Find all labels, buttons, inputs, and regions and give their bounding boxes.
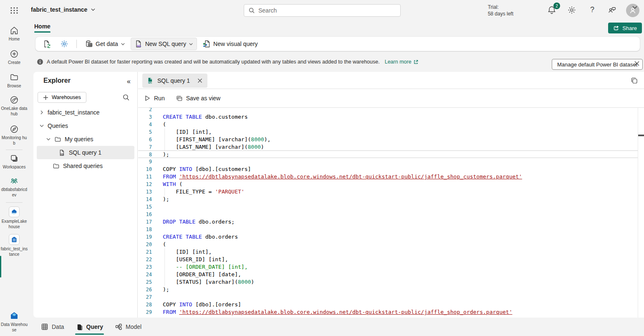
- play-icon: [144, 95, 151, 102]
- nav-examplelakehouse[interactable]: ExampleLakehouse: [0, 206, 28, 229]
- nav-fabric-test-instance[interactable]: fabric_test_instance: [0, 234, 28, 257]
- new-visual-query-button[interactable]: New visual query: [199, 38, 262, 50]
- collapse-ribbon-button[interactable]: [631, 4, 638, 10]
- chevron-right-icon: [39, 110, 44, 115]
- app-launcher-icon[interactable]: [9, 5, 19, 15]
- top-bar: fabric_test_instance Search Trial: 58 da…: [0, 0, 644, 21]
- manage-default-dataset-button[interactable]: Manage default Power BI dataset: [552, 59, 643, 70]
- line-number: 8: [138, 151, 152, 158]
- feedback-button[interactable]: [607, 5, 617, 15]
- explorer-search-button[interactable]: [122, 94, 130, 101]
- add-warehouses-button[interactable]: Warehouses: [38, 92, 86, 103]
- code-line[interactable]: 12WITH (: [138, 181, 638, 188]
- code-line[interactable]: 21 [ID] [int],: [138, 248, 638, 256]
- code-line[interactable]: 11FROM 'https://dbtlabsynapsedatalake.bl…: [138, 173, 638, 181]
- new-sql-query-button[interactable]: SQL New SQL query: [131, 38, 197, 50]
- code-line[interactable]: 4(: [138, 121, 638, 128]
- code-line[interactable]: 28COPY INTO [dbo].[orders]: [138, 301, 638, 308]
- save-as-view-button[interactable]: Save as view: [176, 95, 220, 102]
- tab-model[interactable]: Model: [115, 318, 141, 336]
- code-line[interactable]: 9: [138, 158, 638, 165]
- nav-create[interactable]: Create: [0, 49, 28, 65]
- code-line[interactable]: 23 -- [ORDER_DATE] [int],: [138, 263, 638, 271]
- tree-item-sql-query-1[interactable]: SQL SQL query 1: [37, 146, 134, 159]
- tab-data[interactable]: Data: [41, 318, 64, 336]
- code-line[interactable]: 6 [FIRST_NAME] [varchar](8000),: [138, 136, 638, 143]
- line-number: 11: [138, 173, 152, 181]
- view-switcher-bar: Data Query Model: [28, 318, 644, 336]
- new-item-button[interactable]: [39, 38, 55, 50]
- nav-data-warehouse[interactable]: Data Warehouse: [0, 311, 28, 333]
- lakehouse-icon: [9, 206, 20, 217]
- tab-query[interactable]: Query: [76, 318, 103, 336]
- code-line[interactable]: 15: [138, 203, 638, 211]
- svg-text:SQL: SQL: [61, 153, 64, 155]
- learn-more-link[interactable]: Learn more: [385, 59, 419, 65]
- sql-code-editor[interactable]: 23CREATE TABLE dbo.customers4(5 [ID] [in…: [138, 108, 644, 318]
- nav-home[interactable]: Home: [0, 26, 28, 42]
- code-line[interactable]: 17DROP TABLE dbo.orders;: [138, 218, 638, 226]
- collapse-explorer-button[interactable]: «: [127, 78, 131, 85]
- banner-close-button[interactable]: [634, 60, 642, 69]
- code-line[interactable]: 27: [138, 293, 638, 301]
- sql-file-green-icon: SQL: [146, 77, 154, 84]
- chevron-down-icon: [189, 42, 193, 46]
- share-button[interactable]: Share: [608, 23, 642, 33]
- run-button[interactable]: Run: [144, 95, 165, 102]
- settings-ribbon-button[interactable]: [56, 38, 72, 50]
- nav-onelake-data-hub[interactable]: OneLake data hub: [0, 95, 28, 117]
- close-tab-icon[interactable]: [197, 77, 203, 84]
- tree-item-my-queries[interactable]: My queries: [37, 132, 134, 146]
- tree-item-shared-queries[interactable]: Shared queries: [37, 159, 134, 173]
- copy-button[interactable]: [631, 77, 638, 84]
- external-link-icon: [413, 59, 419, 65]
- line-number: 25: [138, 278, 152, 286]
- code-line[interactable]: 14);: [138, 196, 638, 203]
- code-line[interactable]: 25 [STATUS] [varchar](8000): [138, 278, 638, 286]
- code-line[interactable]: 10COPY INTO [dbo].[customers]: [138, 165, 638, 173]
- sql-file-icon: SQL: [58, 149, 66, 156]
- indent-guide: [164, 143, 165, 151]
- settings-button[interactable]: [567, 5, 577, 15]
- code-line[interactable]: 7 [LAST_NAME] [varchar](8000): [138, 143, 638, 151]
- editor-scrollbar[interactable]: [638, 108, 638, 318]
- code-line[interactable]: 3CREATE TABLE dbo.customers: [138, 113, 638, 121]
- sql-document-icon: SQL: [134, 40, 143, 48]
- nav-workspaces[interactable]: Workspaces: [0, 154, 28, 170]
- tree-item-queries[interactable]: Queries: [37, 119, 134, 132]
- indent-guide: [164, 256, 165, 263]
- workspace-switcher[interactable]: fabric_test_instance: [31, 6, 96, 13]
- info-icon: [37, 59, 43, 65]
- tree-item-warehouse[interactable]: fabric_test_instance: [37, 106, 134, 119]
- code-line[interactable]: 24 [ORDER_DATE] [date],: [138, 271, 638, 278]
- explorer-panel: Explorer « Warehouses fabric_test_instan…: [33, 72, 138, 318]
- code-line[interactable]: 5 [ID] [int],: [138, 128, 638, 136]
- chevron-down-icon: [121, 42, 125, 46]
- code-line[interactable]: 18: [138, 226, 638, 233]
- warehouse-workspace: Explorer « Warehouses fabric_test_instan…: [33, 72, 644, 318]
- code-line[interactable]: 20(: [138, 241, 638, 248]
- code-line[interactable]: 29FROM 'https://dbtlabsynapsedatalake.bl…: [138, 308, 638, 316]
- tab-home[interactable]: Home: [34, 23, 51, 30]
- code-line[interactable]: 2: [138, 108, 638, 113]
- code-line[interactable]: 22 [USER_ID] [int],: [138, 256, 638, 263]
- nav-monitoring-hub[interactable]: Monitoring hub: [0, 125, 28, 146]
- line-number: 4: [138, 121, 152, 128]
- code-line[interactable]: 13 FILE_TYPE = 'PARQUET': [138, 188, 638, 196]
- code-line[interactable]: 19CREATE TABLE dbo.orders: [138, 233, 638, 241]
- get-data-button[interactable]: Get data: [81, 38, 129, 50]
- search-input[interactable]: Search: [244, 4, 401, 17]
- overview-ruler-marker: [638, 135, 644, 136]
- notifications-button[interactable]: 2: [547, 5, 557, 15]
- query-tab[interactable]: SQL SQL query 1: [142, 74, 207, 88]
- nav-dbtlabsfabricdev[interactable]: dbtlabsfabricdev: [0, 176, 28, 198]
- indent-guide: [164, 278, 165, 286]
- monitoring-icon: [10, 125, 19, 134]
- visual-query-icon: [202, 40, 211, 48]
- code-line[interactable]: 8);: [138, 150, 638, 158]
- help-button[interactable]: ?: [587, 5, 597, 15]
- nav-browse[interactable]: Browse: [0, 73, 28, 89]
- code-line[interactable]: 26);: [138, 286, 638, 293]
- code-line[interactable]: 16: [138, 211, 638, 218]
- warehouse-icon: [9, 234, 20, 245]
